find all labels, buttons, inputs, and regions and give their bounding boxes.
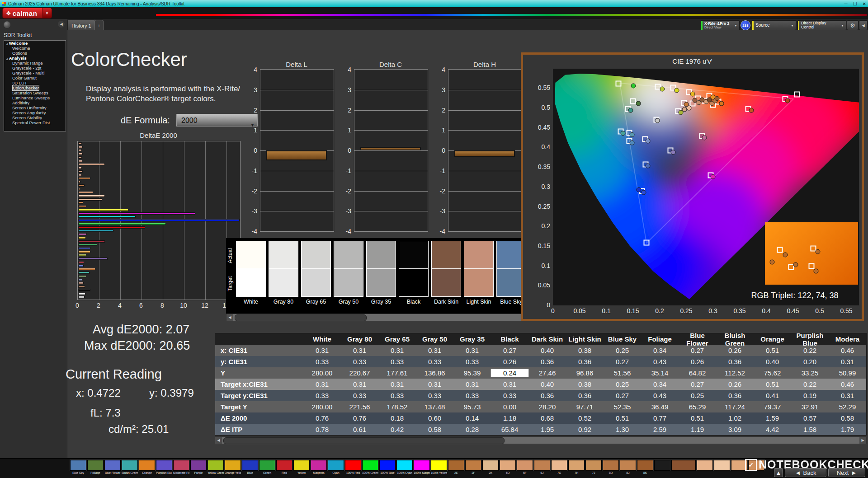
tree-expand-icon[interactable]: ◢ [6, 42, 9, 45]
bottom-patch-chip [190, 460, 207, 471]
bottom-patch-16[interactable]: 100% Red [345, 460, 361, 474]
bottom-patch-19[interactable]: 100% Cyan [396, 460, 413, 474]
bottom-patch-31[interactable]: 8D [603, 460, 619, 474]
calman-menu-caret-icon[interactable]: ▼ [42, 8, 52, 18]
bottom-patch-29[interactable]: 7H [568, 460, 585, 474]
bar-gloss [79, 181, 80, 183]
bottom-patch-1[interactable]: Foliage [87, 460, 104, 474]
table-cell: 96.86 [566, 369, 604, 377]
sidebar-item-colorchecker[interactable]: ColorChecker [4, 85, 66, 90]
delta_l-y-tick: 3 [244, 86, 257, 94]
sidebar-item-grayscale-multi[interactable]: Grayscale - Multi [4, 70, 66, 75]
bottom-patch-18[interactable]: 100% Blue [379, 460, 396, 474]
sidebar-item-screen-stability[interactable]: Screen Stability [4, 115, 66, 120]
bottom-patch-36[interactable] [697, 460, 713, 471]
bottom-patch-32[interactable]: 8J [620, 460, 636, 474]
sidebar-item-additivity[interactable]: Additivity [4, 100, 66, 105]
close-button[interactable]: ✕ [863, 1, 866, 6]
sidebar-item-grayscale-2pt[interactable]: Grayscale - 2pt [4, 66, 66, 70]
bottom-patch-label: Yellow Green [208, 471, 224, 474]
tab-add-button[interactable]: + [94, 20, 104, 31]
bottom-patch-34[interactable] [654, 460, 670, 471]
minimize-button[interactable]: ─ [844, 1, 848, 6]
bottom-patch-13[interactable]: Yellow [293, 460, 310, 474]
panel-collapse-icon[interactable]: ◀ [859, 20, 868, 30]
bottom-patch-35[interactable] [671, 460, 696, 471]
maximize-button[interactable]: ☐ [853, 1, 857, 6]
expand-up-button[interactable]: ▲ [774, 468, 783, 477]
scroll-left-icon[interactable]: ◀ [226, 314, 233, 321]
tree-expand-icon[interactable]: ◢ [6, 57, 9, 60]
gridline [448, 90, 522, 90]
deltae-bar [78, 279, 82, 281]
table-cell: 0.31 [341, 347, 378, 354]
bottom-patch-2[interactable]: Blue Flower [104, 460, 121, 474]
bottom-patch-chip [276, 460, 292, 471]
table-cell: 35.14 [641, 369, 679, 377]
table-cell: 0.51 [679, 414, 716, 422]
bottom-patch-28[interactable]: 7G [551, 460, 567, 474]
bottom-patch-7[interactable]: Purple [190, 460, 207, 474]
sidebar-item-welcome[interactable]: ◢Welcome [4, 41, 66, 46]
bottom-patch-25[interactable]: 5D [500, 460, 516, 474]
source-selector[interactable]: Source ▼ [752, 20, 796, 30]
scrollbar-thumb[interactable] [235, 314, 367, 321]
bottom-patch-8[interactable]: Yellow Green [208, 460, 224, 474]
bottom-patch-4[interactable]: Orange [139, 460, 155, 474]
bottom-patch-15[interactable]: Cyan [328, 460, 344, 474]
bottom-patch-5[interactable]: Purplish Blue [156, 460, 172, 474]
bottom-patch-37[interactable] [714, 460, 730, 471]
de-formula-dropdown[interactable]: 2000 ▼ [176, 114, 258, 127]
tab-history-1[interactable]: History 1 [68, 20, 95, 31]
table-scrollbar[interactable]: ◀ ▶ [215, 436, 867, 444]
bottom-patch-10[interactable]: Blue [242, 460, 258, 474]
bottom-patch-12[interactable]: Red [276, 460, 292, 474]
sidebar-item-color-gamut[interactable]: Color Gamut [4, 75, 66, 80]
next-button[interactable]: Next► [828, 468, 865, 477]
gear-icon[interactable]: ⚙ [847, 20, 859, 30]
bottom-patch-3[interactable]: Bluish Green [122, 460, 138, 474]
meter-selector[interactable]: X-Rite i1Pro 2 Direct View ▼ [701, 20, 740, 30]
sidebar-item-screen-angularity[interactable]: Screen Angularity [4, 110, 66, 115]
page-title: ColorChecker [71, 49, 187, 70]
bottom-patch-22[interactable]: 2E [448, 460, 464, 474]
bottom-patch-27[interactable]: 6J [534, 460, 550, 474]
display-control-selector[interactable]: Direct Display Control ▼ [797, 20, 846, 30]
bottom-patch-label: Orange [139, 471, 155, 474]
sidebar-item-saturation-sweeps[interactable]: Saturation Sweeps [4, 90, 66, 95]
sidebar-item-dynamic-range[interactable]: Dynamic Range [4, 61, 66, 66]
bottom-patch-14[interactable]: Magenta [311, 460, 327, 474]
bottom-patch-17[interactable]: 100% Green [362, 460, 378, 474]
bottom-patch-6[interactable]: Moderate Red [173, 460, 189, 474]
table-cell: 220.67 [341, 369, 378, 377]
table-scroll-left-icon[interactable]: ◀ [215, 437, 222, 444]
bottom-patch-20[interactable]: 100% Magenta [414, 460, 430, 474]
sidebar-item-analysis[interactable]: ◢Analysis [4, 56, 66, 61]
bottom-patch-23[interactable]: 2F [465, 460, 481, 474]
sidebar-item-welcome[interactable]: Welcome [4, 46, 66, 51]
table-cell: 177.61 [378, 369, 416, 377]
sidebar-item-screen-uniformity[interactable]: Screen Uniformity [4, 105, 66, 110]
bottom-patch-11[interactable]: Green [259, 460, 275, 474]
bottom-patch-30[interactable]: 7J [585, 460, 602, 474]
table-header-cell: White [303, 335, 341, 343]
calman-menu-button[interactable]: ❖ calman ▼ [3, 8, 52, 18]
table-header-cell: Bluish Green [716, 332, 754, 347]
sidebar-item-options[interactable]: Options [4, 51, 66, 56]
measurement-count-badge[interactable]: 233 [741, 20, 750, 30]
bottom-patch-24[interactable]: 2K [482, 460, 499, 474]
sidebar-item-label: Saturation Sweeps [12, 90, 48, 95]
bottom-patch-33[interactable]: 8K [637, 460, 653, 474]
patch-strip-scrollbar[interactable]: ◀ ▶ [226, 314, 533, 321]
back-button[interactable]: ◄Back [785, 468, 826, 477]
layout-radio-button[interactable] [4, 21, 10, 28]
sidebar-item-spectral-power-dist-[interactable]: Spectral Power Dist. [4, 120, 66, 125]
sidebar-item-luminance-sweeps[interactable]: Luminance Sweeps [4, 95, 66, 100]
bottom-patch-9[interactable]: Orange Yellow [225, 460, 241, 474]
bottom-patch-21[interactable]: 100% Yellow [431, 460, 447, 474]
bottom-patch-26[interactable]: 5F [517, 460, 533, 474]
bottom-patch-0[interactable]: Blue Sky [70, 460, 86, 474]
table-scroll-right-icon[interactable]: ▶ [859, 437, 866, 444]
table-scrollbar-thumb[interactable] [223, 437, 505, 444]
sidebar-collapse-icon[interactable]: ◀ [58, 21, 65, 28]
